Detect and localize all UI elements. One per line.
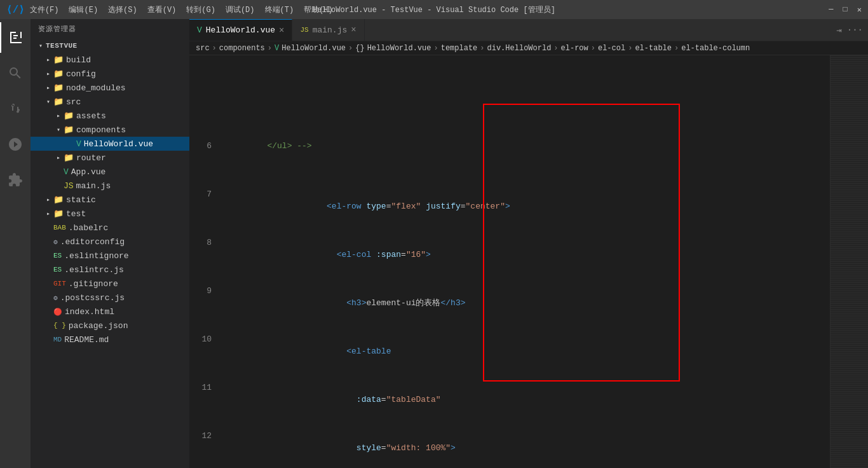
menu-goto[interactable]: 转到(G) [186,4,215,15]
sidebar-item-config[interactable]: ▸ 📁 config [31,67,189,81]
breadcrumb-elrow[interactable]: el-row [561,44,588,53]
sidebar-item-assets[interactable]: ▸ 📁 assets [31,109,189,123]
breadcrumb-sep: › [434,44,438,53]
tab-bar: V HelloWorld.vue × JS main.js × ⇥ ··· [189,19,868,41]
menu-debug[interactable]: 调试(D) [226,4,255,15]
tab-close-mainjs[interactable]: × [351,25,356,35]
sidebar-item-helloworld[interactable]: ▸ V HelloWorld.vue [31,137,189,151]
sidebar: 资源管理器 ▾ TESTVUE ▸ 📁 build ▸ 📁 config ▸ 📁… [31,19,189,468]
file-tree: ▾ TESTVUE ▸ 📁 build ▸ 📁 config ▸ 📁 node_… [31,39,189,468]
tab-close-helloworld[interactable]: × [279,25,284,36]
tab-mainjs[interactable]: JS main.js × [292,19,364,41]
editorconfig-label: .editorconfig [60,237,125,247]
arrow-icon: ▸ [43,84,53,92]
sidebar-item-build[interactable]: ▸ 📁 build [31,53,189,67]
sidebar-item-router[interactable]: ▸ 📁 router [31,151,189,165]
sidebar-item-src[interactable]: ▾ 📁 src [31,95,189,109]
sidebar-item-node-modules[interactable]: ▸ 📁 node_modules [31,81,189,95]
breadcrumb-vue-icon: V [275,44,279,53]
gitignore-label: .gitignore [69,279,118,289]
activity-debug[interactable] [0,129,31,160]
sidebar-item-postcssrc[interactable]: ▸ ⚙ .postcssrc.js [31,291,189,305]
sidebar-item-components[interactable]: ▾ 📁 components [31,123,189,137]
breadcrumb-template[interactable]: template [441,44,478,53]
appvue-label: App.vue [71,167,106,177]
gitignore-icon: GIT [53,280,66,287]
sidebar-item-babelrc[interactable]: ▸ BAB .babelrc [31,221,189,235]
breadcrumb-helloworld2[interactable]: HelloWorld.vue [367,44,431,53]
breadcrumb-sep: › [591,44,595,53]
sidebar-header: 资源管理器 [31,19,189,39]
line-number: 10 [196,333,224,345]
breadcrumb-sep: › [348,44,353,53]
sidebar-item-test[interactable]: ▸ 📁 test [31,207,189,221]
split-editor-icon[interactable]: ⇥ [836,25,841,36]
sidebar-item-testvue[interactable]: ▾ TESTVUE [31,39,189,53]
close-button[interactable]: ✕ [857,5,862,15]
breadcrumb-eltablecolumn[interactable]: el-table-column [681,44,750,53]
arrow-icon: ▾ [43,98,53,106]
sidebar-item-eslintignore[interactable]: ▸ ES .eslintignore [31,249,189,263]
editor-area: V HelloWorld.vue × JS main.js × ⇥ ··· sr… [189,19,868,468]
code-line-12: 12 style="width: 100%"> [196,430,830,442]
window-controls[interactable]: ─ □ ✕ [829,5,862,15]
menu-terminal[interactable]: 终端(T) [265,4,294,15]
breadcrumb-div[interactable]: div.HelloWorld [487,44,552,53]
tab-helloworld[interactable]: V HelloWorld.vue × [189,19,292,41]
activity-search[interactable] [0,58,31,88]
activity-explorer[interactable] [0,22,31,53]
breadcrumb: src › components › V HelloWorld.vue › {}… [189,41,868,55]
minimize-button[interactable]: ─ [829,5,833,15]
line-content: <el-row type="flex" justify="center"> [224,188,830,200]
vue-tab-icon: V [197,25,202,35]
md-icon: MD [53,336,62,343]
postcssrc-label: .postcssrc.js [60,293,125,303]
json-icon: { } [53,322,66,329]
arrow-icon: ▸ [43,196,53,203]
line-content: <el-col :span="16"> [224,237,830,249]
breadcrumb-components[interactable]: components [219,44,265,53]
sidebar-item-editorconfig[interactable]: ▸ ⚙ .editorconfig [31,235,189,249]
breadcrumb-src[interactable]: src [196,44,210,53]
activity-extensions[interactable] [0,165,31,195]
maximize-button[interactable]: □ [843,5,848,15]
breadcrumb-helloworld[interactable]: HelloWorld.vue [281,44,346,53]
router-label: router [76,153,106,163]
line-number: 7 [196,188,224,200]
sidebar-item-mainjs[interactable]: ▸ JS main.js [31,179,189,193]
arrow-icon: ▸ [43,56,53,64]
line-number: 6 [196,140,224,152]
activity-scm[interactable] [0,93,31,124]
breadcrumb-elcol[interactable]: el-col [598,44,625,53]
line-number: 12 [196,430,224,442]
sidebar-item-readme[interactable]: ▸ MD README.md [31,333,189,347]
vscode-logo: ⟨/⟩ [6,3,25,16]
arrow-icon: ▸ [53,154,64,162]
folder-icon: 📁 [53,209,64,219]
code-area[interactable]: 6 </ul> --> 7 <el-row type="flex" justif… [189,55,868,468]
line-number: 9 [196,285,224,297]
svg-rect-2 [10,42,22,43]
menu-file[interactable]: 文件(F) [30,4,59,15]
src-label: src [66,97,81,107]
code-line-6: 6 </ul> --> [196,140,830,152]
sidebar-item-eslintrc[interactable]: ▸ ES .eslintrc.js [31,263,189,277]
menu-select[interactable]: 选择(S) [108,4,137,15]
menu-edit[interactable]: 编辑(E) [69,4,98,15]
breadcrumb-sep: › [268,44,272,53]
sidebar-item-appvue[interactable]: ▸ V App.vue [31,165,189,179]
sidebar-item-gitignore[interactable]: ▸ GIT .gitignore [31,277,189,291]
sidebar-item-indexhtml[interactable]: ▸ 🔴 index.html [31,305,189,319]
more-actions-icon[interactable]: ··· [847,25,863,35]
folder-icon: 📁 [53,83,64,93]
activity-bar [0,19,31,468]
sidebar-item-packagejson[interactable]: ▸ { } package.json [31,319,189,333]
babelrc-icon: BAB [53,224,66,231]
breadcrumb-eltable[interactable]: el-table [635,44,672,53]
menu-view[interactable]: 查看(V) [147,4,177,15]
line-number: 8 [196,237,224,249]
line-content: <h3>element-ui的表格</h3> [224,285,830,297]
tab-mainjs-label: main.js [313,25,348,35]
breadcrumb-sep: › [212,44,217,53]
sidebar-item-static[interactable]: ▸ 📁 static [31,193,189,207]
